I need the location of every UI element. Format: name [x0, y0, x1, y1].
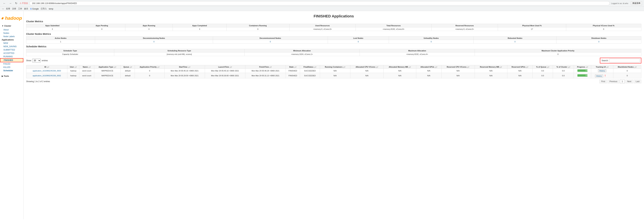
last-page-button[interactable]: Last	[634, 80, 641, 83]
sidebar-item-nodes[interactable]: Nodes	[0, 31, 23, 35]
sidebar-item-failed[interactable]: FAILED	[0, 62, 23, 66]
cell-progress-0: 100%	[574, 69, 591, 73]
nm-header-4: Unhealthy Nodes	[389, 36, 474, 40]
search-label: Search:	[602, 59, 608, 62]
sidebar-item-accepted[interactable]: ACCEPTED	[0, 52, 23, 55]
th-reserved-mem[interactable]: Reserved Memory MB △▽	[474, 65, 507, 69]
cell-name-1: word count	[79, 73, 94, 78]
nm-val-5[interactable]: 0	[474, 40, 556, 43]
th-priority[interactable]: Application Priority △▽	[135, 65, 164, 69]
main-content: FINISHED Applications Cluster Metrics Ap…	[24, 11, 644, 219]
page-1-button[interactable]: 1	[620, 80, 625, 83]
th-start-time[interactable]: StartTime △▽	[164, 65, 205, 69]
nodes-metrics-table: Active Nodes Decommissioning Nodes Decom…	[26, 36, 641, 43]
sidebar-item-about[interactable]: About	[0, 28, 23, 31]
sm-header-2: Minimum Allocation	[244, 49, 360, 53]
sidebar-cluster-toggle[interactable]: ▼ Cluster	[0, 24, 23, 28]
nm-val-3[interactable]: 0	[328, 40, 389, 43]
th-state[interactable]: State △▽	[286, 65, 300, 69]
sidebar-item-killed[interactable]: KILLED	[0, 66, 23, 69]
cell-launch-1: Mon Mar 29 05:30:00 +0800 2021	[205, 73, 245, 78]
bookmark-apps[interactable]: 应用	[6, 7, 10, 10]
th-alloc-cpu[interactable]: Allocated CPU VCores △▽	[350, 65, 384, 69]
bookmark-temp[interactable]: temp	[49, 8, 53, 10]
th-app-type[interactable]: Application Type △▽	[94, 65, 120, 69]
nm-val-4[interactable]: 0	[389, 40, 474, 43]
cell-finish-1: Mon Mar 29 05:31:13 +0800 2021	[245, 73, 286, 78]
nm-header-1: Decommissioning Nodes	[95, 36, 213, 40]
bookmark-google[interactable]: G Google	[30, 8, 39, 10]
entries-select[interactable]: 10 20 50 100	[32, 59, 41, 62]
table-row: application_1616966245338_0003 hadoop wo…	[26, 69, 641, 73]
svg-point-2	[2, 17, 3, 18]
th-running-containers[interactable]: Running Containers △▽	[320, 65, 350, 69]
cm-header-1: Apps Pending	[78, 24, 125, 27]
cell-id-0[interactable]: application_1616966245338_0003	[26, 69, 68, 73]
sidebar-item-submitted[interactable]: SUBMITTED	[0, 48, 23, 52]
sidebar-item-finished[interactable]: FINISHED	[0, 58, 23, 62]
th-blacklisted[interactable]: Blacklisted Nodes △▽	[613, 65, 641, 69]
th-pct-queue[interactable]: % of Queue △▽	[532, 65, 553, 69]
bookmark-work[interactable]: 工作	[18, 7, 22, 10]
nm-val-6[interactable]: 0	[556, 40, 641, 43]
cell-alloc-mem-0: N/A	[384, 69, 416, 73]
read-mode-button[interactable]: 阅读清单	[631, 1, 642, 5]
cell-user-1: hadoop	[67, 73, 79, 78]
th-alloc-gpus[interactable]: Allocated GPUs △▽	[416, 65, 442, 69]
prev-page-button[interactable]: Previous	[608, 80, 619, 83]
bookmark-hande[interactable]: 汉得	[12, 7, 16, 10]
apps-icon: ⋅⋅⋅	[2, 7, 4, 10]
cm-header-0: Apps Submitted	[26, 24, 78, 27]
th-progress[interactable]: Progress △▽	[574, 65, 591, 69]
cell-pct-cluster-0: 0.0	[553, 69, 574, 73]
nodes-metrics-title: Cluster Nodes Metrics	[26, 33, 641, 35]
cell-alloc-cpu-1: N/A	[350, 73, 384, 78]
sm-header-3: Maximum Allocation	[360, 49, 475, 53]
nm-header-0: Active Nodes	[26, 36, 95, 40]
cell-tracking-1[interactable]: History ↑	[591, 73, 613, 78]
refresh-button[interactable]: ↻	[14, 1, 18, 5]
bookmark-imported[interactable]: 已导入	[41, 7, 47, 10]
sidebar-item-running[interactable]: RUNNING	[0, 55, 23, 58]
cm-val-2: 0	[125, 27, 173, 31]
th-alloc-mem[interactable]: Allocated Memory MB △▽	[384, 65, 416, 69]
forward-button[interactable]: →	[8, 1, 13, 5]
svg-point-4	[2, 18, 3, 19]
th-name[interactable]: Name △▽	[79, 65, 94, 69]
back-button[interactable]: ←	[2, 1, 7, 5]
th-tracking-ui[interactable]: Tracking UI △▽	[591, 65, 613, 69]
th-launch-time[interactable]: LaunchTime △▽	[205, 65, 245, 69]
cell-res-cpu-0: N/A	[442, 69, 474, 73]
next-page-button[interactable]: Next	[626, 80, 633, 83]
th-final-status[interactable]: FinalStatus △▽	[300, 65, 320, 69]
cm-val-0: 3	[26, 27, 78, 31]
sidebar-tools-toggle[interactable]: ▶ Tools	[0, 74, 23, 78]
sidebar-item-scheduler[interactable]: Scheduler	[0, 69, 23, 72]
th-pct-cluster[interactable]: % of Cluster △▽	[553, 65, 574, 69]
first-page-button[interactable]: First	[600, 80, 607, 83]
cm-header-2: Apps Running	[125, 24, 173, 27]
th-finish-time[interactable]: FinishTime △▽	[245, 65, 286, 69]
sidebar-item-new-saving[interactable]: NEW_SAVING	[0, 45, 23, 48]
th-reserved-gpus[interactable]: Reserved GPUs △▽	[507, 65, 533, 69]
sidebar-item-new[interactable]: NEW	[0, 41, 23, 45]
th-user[interactable]: User △▽	[67, 65, 79, 69]
th-id[interactable]: ID △▽	[26, 65, 68, 69]
sidebar-item-node-labels[interactable]: Node Labels	[0, 35, 23, 38]
nm-val-2[interactable]: 0	[213, 40, 328, 43]
cm-val-7: <memory:0, vCores:0>	[432, 27, 498, 31]
cell-tracking-0[interactable]: History	[591, 69, 613, 73]
nm-val-1[interactable]: 0	[95, 40, 213, 43]
th-queue[interactable]: Queue △▽	[120, 65, 135, 69]
search-input[interactable]	[610, 59, 640, 62]
cm-header-5: Used Resources	[289, 24, 356, 27]
applications-table: ID △▽ User △▽ Name △▽ Application Type △…	[26, 65, 641, 78]
cell-priority-1: 0	[135, 73, 164, 78]
show-entries-control: Show 10 20 50 100 entries	[26, 59, 48, 62]
th-reserved-cpu[interactable]: Reserved CPU VCores △▽	[442, 65, 474, 69]
cell-id-1[interactable]: application_1616966245338_0002	[26, 73, 68, 78]
nm-header-2: Decommissioned Nodes	[213, 36, 328, 40]
url-bar[interactable]	[29, 1, 610, 5]
cell-type-1: MAPREDUCE	[94, 73, 120, 78]
bookmark-entertainment[interactable]: 娱乐	[24, 7, 28, 10]
